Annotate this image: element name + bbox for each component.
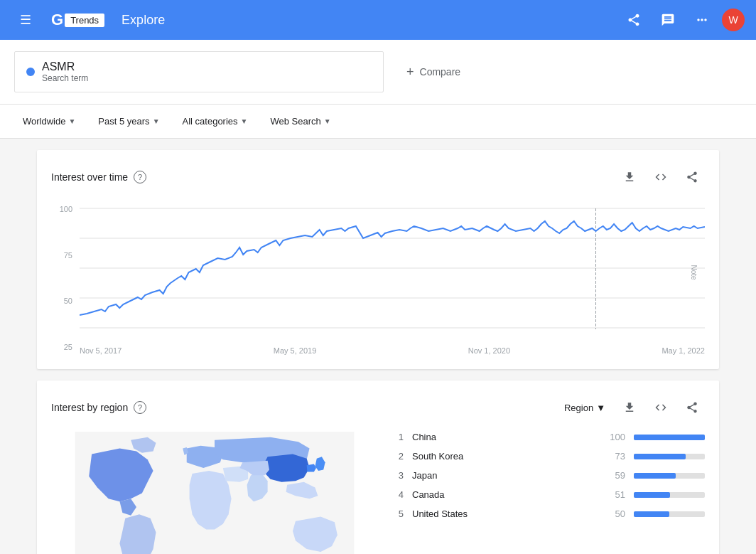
region-bar-3 xyxy=(634,473,676,479)
x-label-3: Nov 1, 2020 xyxy=(468,346,510,355)
search-term-label: ASMR xyxy=(42,60,88,73)
interest-over-time-card: Interest over time ? xyxy=(37,150,719,369)
avatar[interactable]: W xyxy=(722,9,745,31)
search-type-filter-label: Web Search xyxy=(270,116,320,127)
south-america xyxy=(119,514,156,554)
page-title: Explore xyxy=(122,13,165,28)
filters-bar: Worldwide ▼ Past 5 years ▼ All categorie… xyxy=(0,105,756,139)
category-filter-label: All categories xyxy=(183,116,238,127)
download-ibr-button[interactable] xyxy=(617,395,642,420)
region-row-4: 4 Canada 51 xyxy=(392,489,705,500)
help-icon-ibr[interactable]: ? xyxy=(134,401,146,414)
location-filter[interactable]: Worldwide ▼ xyxy=(14,110,84,132)
region-row-1: 1 China 100 xyxy=(392,432,705,442)
china xyxy=(264,454,309,481)
interest-over-time-title: Interest over time xyxy=(51,171,128,183)
main-content: Interest over time ? xyxy=(23,139,733,554)
region-bar-4 xyxy=(634,492,670,498)
region-bar-5 xyxy=(634,511,669,517)
region-bar-container-2 xyxy=(634,454,705,459)
region-row-2: 2 South Korea 73 xyxy=(392,451,705,462)
region-content: 1 China 100 2 South Korea 73 3 xyxy=(51,432,705,554)
chart-wrapper: 100 75 50 25 Note xyxy=(51,201,705,355)
card-header-iot: Interest over time ? xyxy=(51,164,705,190)
region-dropdown-label: Region xyxy=(564,403,593,413)
location-chevron-icon: ▼ xyxy=(68,117,75,125)
share-iot-button[interactable] xyxy=(679,164,705,190)
time-filter-label: Past 5 years xyxy=(98,116,149,127)
card-title-iot: Interest over time ? xyxy=(51,171,146,183)
region-score-4: 51 xyxy=(604,489,625,500)
note-label: Note xyxy=(690,265,698,279)
y-label-25: 25 xyxy=(51,343,76,351)
menu-button[interactable]: ☰ xyxy=(11,6,40,34)
share-icon xyxy=(627,13,641,27)
apps-icon xyxy=(695,13,709,27)
region-name-1: China xyxy=(412,432,595,442)
search-term-chip[interactable]: ASMR Search term xyxy=(14,51,384,92)
compare-button[interactable]: + Compare xyxy=(395,56,472,88)
help-icon-iot[interactable]: ? xyxy=(134,171,146,183)
trend-chart xyxy=(80,201,705,343)
search-area: ASMR Search term + Compare xyxy=(0,40,756,105)
menu-icon: ☰ xyxy=(20,12,31,28)
time-filter[interactable]: Past 5 years ▼ xyxy=(90,110,168,132)
share-ibr-icon xyxy=(686,401,698,414)
embed-iot-button[interactable] xyxy=(648,164,674,190)
google-g-icon: G xyxy=(51,11,63,29)
region-name-2: South Korea xyxy=(412,451,595,462)
region-chevron-icon: ▼ xyxy=(596,403,605,413)
card-header-ibr: Interest by region ? Region ▼ xyxy=(51,395,705,420)
region-rank-4: 4 xyxy=(392,489,404,500)
region-bar-container-1 xyxy=(634,435,705,440)
time-chevron-icon: ▼ xyxy=(153,117,160,125)
region-bar-container-5 xyxy=(634,511,705,517)
logo: G Trends xyxy=(51,11,104,29)
card-title-ibr: Interest by region ? xyxy=(51,401,146,414)
x-label-4: May 1, 2022 xyxy=(662,346,705,355)
region-score-2: 73 xyxy=(604,451,625,462)
apps-button[interactable] xyxy=(688,6,716,34)
y-label-50: 50 xyxy=(51,297,76,305)
search-term-type: Search term xyxy=(42,73,88,83)
y-axis: 100 75 50 25 xyxy=(51,201,76,355)
card-actions-iot xyxy=(617,164,705,190)
share-button[interactable] xyxy=(620,6,648,34)
chip-info: ASMR Search term xyxy=(42,60,88,83)
region-name-3: Japan xyxy=(412,470,595,481)
region-rank-2: 2 xyxy=(392,451,404,462)
download-ibr-icon xyxy=(623,401,636,414)
region-bar-2 xyxy=(634,454,686,459)
region-score-5: 50 xyxy=(604,508,625,519)
embed-ibr-button[interactable] xyxy=(648,395,674,420)
search-type-chevron-icon: ▼ xyxy=(324,117,331,125)
region-bar-container-3 xyxy=(634,473,705,479)
region-score-1: 100 xyxy=(604,432,625,442)
card-actions-ibr: Region ▼ xyxy=(558,395,705,420)
region-row-3: 3 Japan 59 xyxy=(392,470,705,481)
notification-button[interactable] xyxy=(654,6,682,34)
share-ibr-button[interactable] xyxy=(679,395,705,420)
x-label-2: May 5, 2019 xyxy=(274,346,317,355)
region-rank-5: 5 xyxy=(392,508,404,519)
notification-icon xyxy=(661,13,675,27)
category-filter[interactable]: All categories ▼ xyxy=(174,110,256,132)
compare-plus-icon: + xyxy=(406,65,414,80)
term-color-dot xyxy=(26,68,35,76)
region-list: 1 China 100 2 South Korea 73 3 xyxy=(392,432,705,519)
app-header: ☰ G Trends Explore W xyxy=(0,0,756,40)
download-iot-button[interactable] xyxy=(617,164,642,190)
chart-area: Note xyxy=(80,201,705,343)
embed-ibr-icon xyxy=(654,401,667,414)
interest-by-region-card: Interest by region ? Region ▼ xyxy=(37,380,719,554)
y-label-75: 75 xyxy=(51,251,76,260)
category-chevron-icon: ▼ xyxy=(241,117,248,125)
x-axis: Nov 5, 2017 May 5, 2019 Nov 1, 2020 May … xyxy=(80,346,705,355)
world-map xyxy=(51,432,378,554)
search-type-filter[interactable]: Web Search ▼ xyxy=(261,110,339,132)
region-score-3: 59 xyxy=(604,470,625,481)
share-iot-icon xyxy=(686,171,698,183)
world-map-svg xyxy=(51,432,378,554)
region-dropdown[interactable]: Region ▼ xyxy=(558,400,611,416)
region-bar-1 xyxy=(634,435,705,440)
